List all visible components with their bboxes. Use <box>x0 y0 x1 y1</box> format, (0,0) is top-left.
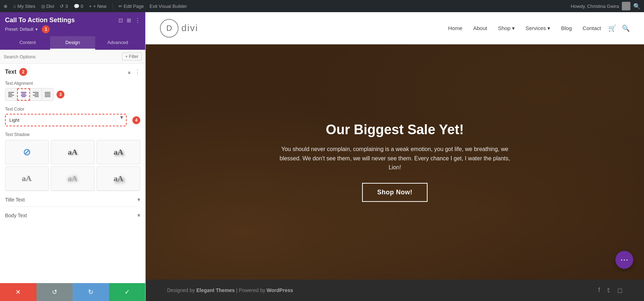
text-color-select-wrapper: Light Dark ▾ <box>5 114 127 126</box>
new-item[interactable]: + + New <box>89 4 107 9</box>
bottom-toolbar: ✕ ↺ ↻ ✓ <box>0 283 145 301</box>
comment-icon: 💬 <box>74 4 79 9</box>
title-text-header[interactable]: Title Text ▾ <box>5 196 140 203</box>
align-left-button[interactable] <box>5 88 17 101</box>
panel-title: Call To Action Settings <box>5 16 75 24</box>
tab-advanced[interactable]: Advanced <box>95 36 140 50</box>
shadow-5-button[interactable]: aA <box>97 166 140 191</box>
hero-content: Our Biggest Sale Yet! You should never c… <box>270 122 520 202</box>
facebook-icon[interactable]: f <box>598 286 600 294</box>
collapse-icon[interactable]: ▲ <box>127 69 132 75</box>
more-icon[interactable]: ⋮ <box>135 17 140 24</box>
tab-design[interactable]: Design <box>50 36 95 50</box>
body-text-header[interactable]: Body Text ▾ <box>5 212 140 219</box>
logo-text: divi <box>181 23 198 34</box>
services-chevron: ▾ <box>547 25 550 31</box>
text-color-select[interactable]: Light Dark <box>5 114 127 126</box>
align-justify-button[interactable] <box>42 88 53 101</box>
tab-content[interactable]: Content <box>5 36 50 50</box>
align-center-icon <box>21 92 26 97</box>
body-text-arrow: ▾ <box>137 212 140 219</box>
fab-icon: ⋯ <box>620 255 628 264</box>
shadow-4-button[interactable]: aA <box>51 166 94 191</box>
edit-page-item[interactable]: ✏ Edit Page <box>118 4 144 9</box>
nav-shop[interactable]: Shop ▾ <box>498 25 515 31</box>
svg-rect-1 <box>8 93 12 94</box>
plus-icon: + <box>89 4 92 9</box>
section-menu-icon[interactable]: ⋮ <box>135 69 140 76</box>
badge-3: 3 <box>57 91 64 98</box>
floating-action-button[interactable]: ⋯ <box>615 251 633 269</box>
footer-social: f 𝕥 ◻ <box>598 286 623 294</box>
svg-rect-6 <box>21 95 26 96</box>
nav-icons: 🛒 🔍 <box>608 24 630 32</box>
svg-rect-9 <box>35 93 39 94</box>
wp-bar-right: Howdy, Christina Gwira 🔍 <box>571 2 640 10</box>
site-nav-links: Home About Shop ▾ Services ▾ Blog Contac <box>448 25 601 31</box>
nav-search-icon[interactable]: 🔍 <box>622 24 630 32</box>
exit-builder-item[interactable]: Exit Visual Builder <box>150 4 187 9</box>
alignment-label: Text Alignment <box>5 81 140 86</box>
site-preview: D divi Home About Shop ▾ Services ▾ <box>146 12 644 301</box>
nav-about[interactable]: About <box>473 25 487 31</box>
nav-blog[interactable]: Blog <box>561 25 572 31</box>
preset-label: Preset: Default <box>5 27 33 32</box>
filter-button[interactable]: + Filter <box>122 53 142 60</box>
expand-icon[interactable]: ⊞ <box>127 17 131 24</box>
panel-header: Call To Action Settings ⊡ ⊞ ⋮ Preset: De… <box>0 12 145 50</box>
search-input[interactable] <box>4 54 122 59</box>
text-color-label: Text Color <box>5 107 140 112</box>
title-text-label: Title Text <box>5 197 25 203</box>
twitter-icon[interactable]: 𝕥 <box>607 286 610 294</box>
redo-button[interactable]: ↻ <box>73 283 109 301</box>
align-center-button[interactable] <box>17 88 30 101</box>
shadow-none-button[interactable]: ⊘ <box>5 140 49 164</box>
hero-cta-button[interactable]: Shop Now! <box>362 183 427 202</box>
avatar-icon <box>622 2 630 10</box>
undo-button[interactable]: ↺ <box>36 283 73 301</box>
svg-rect-10 <box>33 95 39 96</box>
cancel-button[interactable]: ✕ <box>0 283 36 301</box>
search-icon[interactable]: 🔍 <box>633 3 640 10</box>
footer-text: Designed by Elegant Themes | Powered by … <box>167 287 293 293</box>
cart-icon[interactable]: 🛒 <box>608 24 616 32</box>
comment-item[interactable]: 💬 0 <box>74 4 83 9</box>
instagram-icon[interactable]: ◻ <box>617 286 623 294</box>
align-left-icon <box>8 92 14 97</box>
save-button[interactable]: ✓ <box>109 283 146 301</box>
footer-prefix: Designed by <box>167 287 196 293</box>
align-right-button[interactable] <box>30 88 42 101</box>
edit-page-label: Edit Page <box>124 4 144 9</box>
shadow-2-button[interactable]: aA <box>97 140 140 164</box>
alignment-buttons <box>5 88 54 101</box>
site-navigation: D divi Home About Shop ▾ Services ▾ <box>146 12 644 44</box>
wp-logo-icon: ⊕ <box>4 4 8 9</box>
align-right-icon <box>33 92 39 97</box>
main-layout: Call To Action Settings ⊡ ⊞ ⋮ Preset: De… <box>0 12 644 301</box>
svg-rect-2 <box>8 95 14 96</box>
minimize-icon[interactable]: ⊡ <box>118 17 123 24</box>
svg-rect-11 <box>35 96 39 97</box>
shadow-grid: ⊘ aA aA aA aA aA <box>5 140 140 191</box>
hero-body: You should never complain, complaining i… <box>277 145 513 172</box>
nav-contact[interactable]: Contact <box>582 25 601 31</box>
save-icon: ✓ <box>125 288 130 296</box>
nav-home[interactable]: Home <box>448 25 462 31</box>
settings-panel: Call To Action Settings ⊡ ⊞ ⋮ Preset: De… <box>0 12 146 301</box>
nav-services[interactable]: Services ▾ <box>526 25 551 31</box>
shadow-3-button[interactable]: aA <box>5 166 49 191</box>
wp-logo-item[interactable]: ⊕ <box>4 4 8 9</box>
refresh-count: 3 <box>65 4 68 9</box>
divi-item[interactable]: ◎ Divi <box>41 4 54 9</box>
svg-rect-4 <box>21 92 26 93</box>
svg-rect-12 <box>45 92 50 93</box>
refresh-item[interactable]: ↺ 3 <box>60 4 68 9</box>
logo-circle: D <box>160 19 179 38</box>
svg-rect-5 <box>22 93 26 94</box>
my-sites-item[interactable]: ⌂ My Sites <box>13 4 35 9</box>
site-logo: D divi <box>160 19 198 38</box>
logo-letter: D <box>166 24 172 33</box>
shadow-1-button[interactable]: aA <box>51 140 94 164</box>
svg-rect-8 <box>33 92 39 93</box>
shadow-2-preview: aA <box>114 147 123 157</box>
